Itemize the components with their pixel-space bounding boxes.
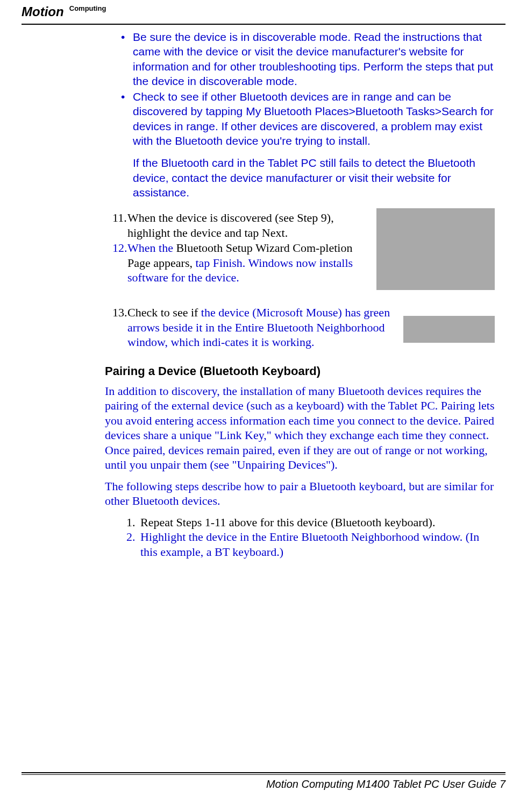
- pairing-para-1: In addition to discovery, the installati…: [105, 384, 495, 472]
- bullet-item: • Check to see if other Bluetooth device…: [121, 89, 495, 148]
- bullet-note: If the Bluetooth card in the Tablet PC s…: [133, 156, 495, 200]
- pairing-steps: 1. Repeat Steps 1-11 above for this devi…: [126, 515, 495, 560]
- footer-rule-thin: [22, 774, 505, 775]
- bullet-text: Be sure the device is in discoverable mo…: [133, 30, 495, 88]
- logo-computing: Computing: [69, 4, 106, 12]
- page-header: Motion Computing: [0, 0, 527, 19]
- troubleshoot-bullets: • Be sure the device is in discoverable …: [121, 30, 495, 148]
- logo-motion: Motion: [22, 4, 64, 19]
- steps-11-12-text: 11. When the device is discovered (see S…: [105, 207, 369, 286]
- step-number: 2.: [126, 529, 140, 559]
- step-text: Highlight the device in the Entire Bluet…: [140, 529, 495, 559]
- step-13-wrap: 13. Check to see if the device (Microsof…: [105, 302, 495, 350]
- pairing-step: 2. Highlight the device in the Entire Bl…: [126, 529, 495, 559]
- step-12: 12. When the Bluetooth Setup Wizard Com-…: [112, 241, 369, 285]
- step-number: 13.: [112, 305, 127, 350]
- bullet-item: • Be sure the device is in discoverable …: [121, 30, 495, 88]
- step-13: 13. Check to see if the device (Microsof…: [112, 305, 396, 350]
- steps-11-12-wrap: 11. When the device is discovered (see S…: [105, 207, 495, 290]
- section-heading: Pairing a Device (Bluetooth Keyboard): [105, 364, 495, 378]
- step-text: When the device is discovered (see Step …: [127, 210, 369, 240]
- step-text: Repeat Steps 1-11 above for this device …: [140, 515, 495, 530]
- step-number: 1.: [126, 515, 140, 530]
- step-number: 11.: [112, 210, 127, 240]
- pairing-step: 1. Repeat Steps 1-11 above for this devi…: [126, 515, 495, 530]
- bullet-mark: •: [121, 30, 133, 88]
- step-text: When the Bluetooth Setup Wizard Com-plet…: [127, 241, 369, 285]
- step-number: 12.: [112, 241, 127, 285]
- step-text: Check to see if the device (Microsoft Mo…: [127, 305, 396, 350]
- footer-rule-thick: [22, 772, 505, 773]
- screenshot-placeholder-2: [403, 316, 495, 343]
- screenshot-placeholder-1: [376, 208, 495, 290]
- page-number: 7: [500, 778, 505, 790]
- step-13-text: 13. Check to see if the device (Microsof…: [105, 302, 396, 350]
- footer-text: Motion Computing M1400 Tablet PC User Gu…: [0, 778, 505, 790]
- step-11: 11. When the device is discovered (see S…: [112, 210, 369, 240]
- page-footer: Motion Computing M1400 Tablet PC User Gu…: [0, 772, 527, 790]
- bullet-mark: •: [121, 89, 133, 148]
- logo: Motion Computing: [22, 4, 106, 19]
- bullet-text: Check to see if other Bluetooth devices …: [133, 89, 495, 148]
- page-content: • Be sure the device is in discoverable …: [105, 30, 495, 559]
- pairing-para-2: The following steps describe how to pair…: [105, 479, 495, 509]
- header-rule: [22, 24, 505, 25]
- footer-title: Motion Computing M1400 Tablet PC User Gu…: [266, 778, 496, 790]
